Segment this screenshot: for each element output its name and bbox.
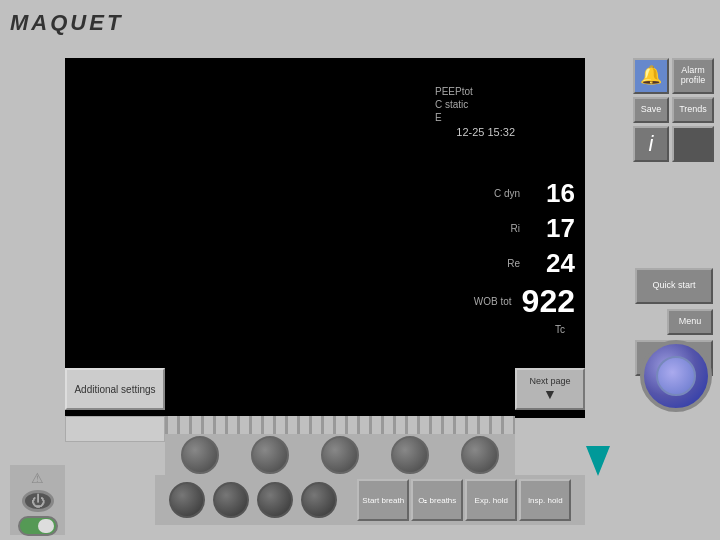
peep-label: PEEPtot [435, 86, 473, 97]
wobtot-label: WOB tot [474, 296, 512, 307]
cdyn-row: C dyn 16 [435, 178, 575, 209]
start-breath-btn[interactable]: Start breath [357, 479, 409, 521]
time-display: 12-25 15:32 [456, 126, 515, 138]
knob-4[interactable] [391, 436, 429, 474]
rotary-inner [656, 356, 696, 396]
next-page-btn[interactable]: Next page ▼ [515, 368, 585, 410]
right-panel: 🔔 Alarm profile Save Trends i [633, 58, 715, 165]
re-row: Re 24 [435, 248, 575, 279]
ri-value: 17 [530, 213, 575, 244]
tc-row: Tc [425, 324, 575, 335]
knob-1[interactable] [181, 436, 219, 474]
small-knob-left-1[interactable] [169, 482, 205, 518]
o2-breaths-btn[interactable]: O₂ breaths [411, 479, 463, 521]
small-knob-left-4[interactable] [301, 482, 337, 518]
knob-2[interactable] [251, 436, 289, 474]
tc-label: Tc [555, 324, 565, 335]
toggle-switch[interactable] [18, 516, 58, 536]
menu-btn[interactable]: Menu [667, 309, 713, 335]
knob-3[interactable] [321, 436, 359, 474]
warning-area: ⚠ ⏻ [10, 465, 65, 535]
teal-indicator-arrow [586, 446, 610, 476]
ri-row: Ri 17 [435, 213, 575, 244]
trends-btn[interactable]: Trends [672, 97, 714, 123]
re-value: 24 [530, 248, 575, 279]
cdyn-value: 16 [530, 178, 575, 209]
ri-label: Ri [511, 223, 520, 234]
rotary-knob[interactable] [640, 340, 712, 412]
additional-settings-btn[interactable]: Additional settings [65, 368, 165, 410]
bottom-left-bar [65, 416, 165, 442]
cstatic-label: C static [435, 99, 468, 110]
e-row: E [435, 112, 575, 123]
small-knob-left-2[interactable] [213, 482, 249, 518]
save-btn[interactable]: Save [633, 97, 669, 123]
knobs-row [165, 416, 515, 476]
main-screen-area: 12-25 15:32 PEEPtot C static E C dyn 16 [65, 58, 585, 418]
peep-row: PEEPtot [435, 86, 575, 97]
re-label: Re [507, 258, 520, 269]
next-page-arrow-icon: ▼ [543, 386, 557, 402]
power-button[interactable]: ⏻ [22, 490, 54, 512]
alarm-profile-btn[interactable]: Alarm profile [672, 58, 714, 94]
quick-start-btn[interactable]: Quick start [635, 268, 713, 304]
wobtot-value: 922 [522, 283, 575, 320]
toggle-thumb [38, 519, 54, 533]
warning-icon: ⚠ [31, 470, 44, 486]
knob-5[interactable] [461, 436, 499, 474]
small-knob-left-3[interactable] [257, 482, 293, 518]
exp-hold-btn[interactable]: Exp. hold [465, 479, 517, 521]
dark-square-btn[interactable] [672, 126, 714, 162]
e-label: E [435, 112, 442, 123]
insp-hold-btn[interactable]: Insp. hold [519, 479, 571, 521]
brand-logo: MAQUET [10, 10, 123, 36]
info-btn[interactable]: i [633, 126, 669, 162]
cstatic-row: C static [435, 99, 575, 110]
cdyn-label: C dyn [494, 188, 520, 199]
wobtot-row: WOB tot 922 [425, 283, 575, 320]
stripe-top [165, 416, 515, 434]
bottom-controls-row: Start breath O₂ breaths Exp. hold Insp. … [155, 475, 585, 525]
alarm-icon-btn[interactable]: 🔔 [633, 58, 669, 94]
